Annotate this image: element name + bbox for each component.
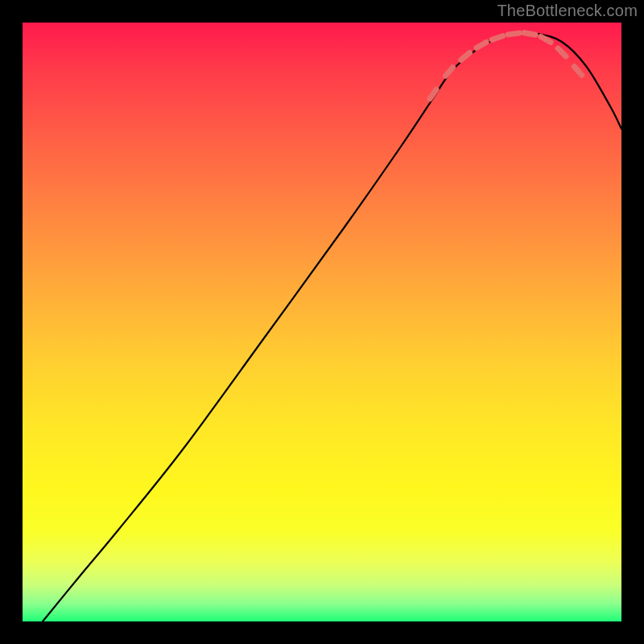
valley-marker bbox=[558, 48, 566, 56]
valley-marker bbox=[430, 89, 436, 98]
watermark-text: TheBottleneck.com bbox=[497, 2, 638, 20]
chart-svg bbox=[23, 23, 621, 621]
chart-frame: TheBottleneck.com bbox=[0, 0, 644, 644]
valley-marker bbox=[477, 43, 486, 48]
plot-area bbox=[23, 23, 621, 621]
valley-marker bbox=[574, 67, 581, 76]
valley-marker bbox=[461, 53, 470, 60]
valley-marker bbox=[492, 36, 502, 40]
valley-marker bbox=[445, 68, 452, 76]
valley-marker bbox=[508, 33, 519, 35]
valley-markers bbox=[430, 33, 582, 99]
valley-marker bbox=[524, 33, 535, 35]
valley-marker bbox=[541, 37, 551, 43]
main-curve bbox=[43, 33, 621, 621]
